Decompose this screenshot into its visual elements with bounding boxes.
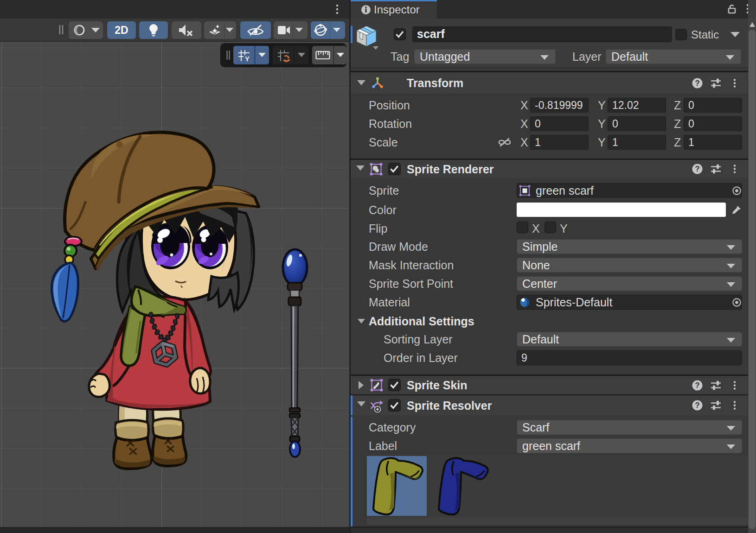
svg-text:?: ?	[695, 165, 699, 173]
svg-text:?: ?	[695, 381, 699, 389]
svg-text:?: ?	[695, 401, 699, 409]
svg-text:Y: Y	[245, 55, 250, 63]
svg-text:?: ?	[695, 79, 699, 87]
